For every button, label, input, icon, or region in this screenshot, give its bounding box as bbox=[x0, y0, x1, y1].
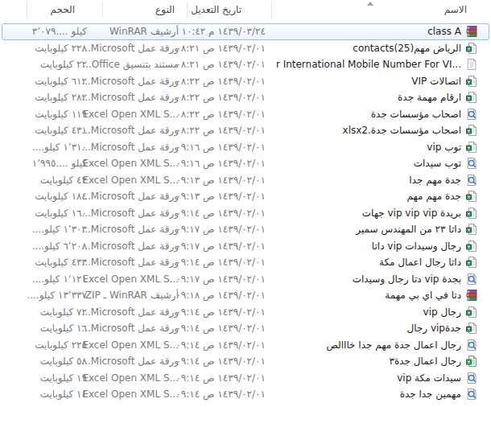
file-name-cell[interactable]: class A bbox=[275, 23, 478, 40]
table-row[interactable]: توب سيدات ١٤٣٩/٠٢/٠١ ص ٠٩:١٦ Excel Open … bbox=[0, 155, 491, 172]
table-row[interactable]: توب vip ١٤٣٩/٠٢/٠١ ص ٠٩:١٦ ورقة عمل Micr… bbox=[0, 139, 491, 156]
table-row[interactable]: داتا ٢٣ من المهندس سمير ١٤٣٩/٠٢/٠١ ص ٠٩:… bbox=[0, 221, 491, 238]
header-separator[interactable] bbox=[271, 2, 272, 18]
date-modified-cell: ١٤٣٩/٠٢/٠١ ص ٠٩:١٨ bbox=[175, 287, 266, 304]
excel-icon bbox=[465, 223, 478, 236]
date-modified-cell: ١٤٣٩/٠٢/٠١ ص ٠٩:١٤ bbox=[175, 386, 266, 403]
winrar-icon bbox=[465, 289, 478, 302]
file-size-cell: ....١٬٣١٠ كيلو bbox=[32, 139, 87, 156]
file-size-cell: ٣٬٠٧٩‎....‎ كيلو bbox=[32, 23, 87, 40]
file-type-cell: ورقة عمل Microsoft... bbox=[81, 89, 179, 106]
file-type-cell: ورقة عمل Microsoft... bbox=[81, 122, 179, 139]
excel-search-icon bbox=[465, 273, 478, 286]
file-type-cell: Excel Open XML S... bbox=[82, 106, 179, 123]
file-type-cell: ورقة عمل Microsoft... bbox=[81, 254, 179, 271]
file-name-cell[interactable]: رجال وسيدات vip داتا bbox=[275, 238, 478, 255]
file-type-cell: أرشيف WinRAR bbox=[109, 23, 179, 40]
table-row[interactable]: دتا في اي بي مهمة ١٤٣٩/٠٢/٠١ ص ٠٩:١٨ أرش… bbox=[0, 287, 491, 304]
file-name-cell[interactable]: الرياض مهم(25)contacts bbox=[275, 40, 478, 57]
date-modified-cell: ١٤٣٩/٠٢/٠١ ص ٠٨:٢٢ bbox=[175, 73, 266, 90]
file-size-cell: ....١٣٬٣٣٧ كيلو bbox=[27, 287, 87, 304]
column-header-date-modified[interactable]: تاريخ التعديل bbox=[191, 4, 241, 15]
table-row[interactable]: رجال vip ١٤٣٩/٠٢/٠١ ص ٠٩:١٤ ورقة عمل Mic… bbox=[0, 304, 491, 321]
table-row[interactable]: جدة مهم مهم ١٤٣٩/٠٢/٠١ ص ٠٩:١٣ ورقة عمل … bbox=[0, 188, 491, 205]
file-type-cell: ورقة عمل Microsoft... bbox=[81, 221, 179, 238]
date-modified-cell: ١٤٣٩/٠٢/٠١ ص ٠٨:٢١ bbox=[175, 56, 266, 73]
column-header-name[interactable]: الاسم bbox=[444, 4, 467, 15]
date-modified-cell: ١٤٣٩/٠٣/٢٤ م ١٠:٤٢ bbox=[181, 23, 266, 40]
file-name-cell[interactable]: اصحاب مؤسسات جدة bbox=[275, 106, 478, 123]
table-row[interactable]: رجال وسيدات vip داتا ١٤٣٩/٠٢/٠١ ص ٠٩:١٧ … bbox=[0, 238, 491, 255]
table-row[interactable]: مهمين جدا جدة ١٤٣٩/٠٢/٠١ ص ٠٩:١٤ Excel O… bbox=[0, 386, 491, 403]
file-name-cell[interactable]: توب سيدات bbox=[275, 155, 478, 172]
file-size-cell: ٢٢٥ كيلوبايت bbox=[35, 337, 87, 354]
file-type-cell: مستند بتنسيق Office... bbox=[82, 56, 179, 73]
excel-icon bbox=[465, 91, 478, 104]
file-name-cell[interactable]: اتصالات VIP bbox=[275, 73, 478, 90]
table-row[interactable]: سيدات مكة vip ١٤٣٩/٠٢/٠١ ص ٠٩:١٤ Excel O… bbox=[0, 370, 491, 387]
file-name: دتا في اي بي مهمة bbox=[385, 290, 461, 301]
table-row[interactable]: اصحاب مؤسسات جدة ١٤٣٩/٠٢/٠١ ص ٠٨:٢٢ Exce… bbox=[0, 106, 491, 123]
file-name-cell[interactable]: بجدة vip دتا رجال وسيدات bbox=[275, 271, 478, 288]
date-modified-cell: ١٤٣٩/٠٢/٠١ ص ٠٩:١٣ bbox=[175, 188, 266, 205]
file-name-cell[interactable]: رجال اعمال جدة٣ bbox=[275, 353, 478, 370]
file-name-cell[interactable]: داتا ٢٣ من المهندس سمير bbox=[275, 221, 478, 238]
file-type-cell: أرشيف WinRAR ـ ZIP bbox=[85, 287, 179, 304]
table-row[interactable]: بجدة vip دتا رجال وسيدات ١٤٣٩/٠٢/٠١ ص ٠٩… bbox=[0, 271, 491, 288]
file-size-cell: ١٦ كيلوبايت bbox=[40, 320, 87, 337]
excel-icon bbox=[465, 322, 478, 335]
explorer-file-list-window: { "header": { "columns": [ {"id":"name",… bbox=[0, 0, 491, 448]
file-name-cell[interactable]: دتا في اي بي مهمة bbox=[275, 287, 478, 304]
column-header-type[interactable]: النوع bbox=[155, 4, 175, 15]
file-name-cell[interactable]: ارقام مهمة جدة bbox=[275, 89, 478, 106]
table-row[interactable]: ارقام مهمة جدة ١٤٣٩/٠٢/٠١ ص ٠٨:٢٢ ورقة ع… bbox=[0, 89, 491, 106]
header-separator[interactable] bbox=[27, 2, 27, 18]
file-name-cell[interactable]: توب vip bbox=[275, 139, 478, 156]
file-name-cell[interactable]: داتا رجال اعمال مكة bbox=[275, 254, 478, 271]
file-name-cell[interactable]: رجال اعمال جدة مهم جدا خااالص bbox=[275, 337, 478, 354]
file-size-cell: ....١٬٣٠٣ كيلو bbox=[32, 221, 87, 238]
file-type-cell: Excel Open XML S... bbox=[82, 386, 179, 403]
table-row[interactable]: رجال اعمال جدة مهم جدا خااالص ١٤٣٩/٠٢/٠١… bbox=[0, 337, 491, 354]
table-row[interactable]: جدة مهم جدا ١٤٣٩/٠٢/٠١ ص ٠٩:١٣ Excel Ope… bbox=[0, 172, 491, 189]
date-modified-cell: ١٤٣٩/٠٢/٠١ ص ٠٨:٢٢ bbox=[175, 122, 266, 139]
file-size-cell: ١٩ كيلوبايت bbox=[40, 370, 87, 387]
header-separator[interactable] bbox=[187, 2, 188, 18]
file-name-cell[interactable]: جدة مهم مهم bbox=[275, 188, 478, 205]
file-name-cell[interactable]: اصحاب مؤسسات جدة.xlsx2 bbox=[275, 122, 478, 139]
file-name: اتصالات VIP bbox=[411, 76, 461, 87]
file-name: توب سيدات bbox=[414, 158, 461, 169]
file-name-cell[interactable]: جدة مهم جدا bbox=[275, 172, 478, 189]
file-name: داتا رجال اعمال مكة bbox=[379, 257, 461, 268]
column-header-size[interactable]: الحجم bbox=[51, 4, 75, 15]
table-row[interactable]: اتصالات VIP ١٤٣٩/٠٢/٠١ ص ٠٨:٢٢ ورقة عمل … bbox=[0, 73, 491, 90]
file-name-cell[interactable]: جدةvip رجال bbox=[275, 320, 478, 337]
file-size-cell: ١٤ كيلوبايت bbox=[40, 386, 87, 403]
table-row[interactable]: الرياض مهم(25)contacts ١٤٣٩/٠٢/٠١ ص ٠٨:٢… bbox=[0, 40, 491, 57]
file-name-cell[interactable]: Dyar International Mobile Number For VI.… bbox=[275, 56, 478, 73]
file-size-cell: ٤٣١ كيلوبايت bbox=[35, 122, 87, 139]
table-row[interactable]: class A ١٤٣٩/٠٣/٢٤ م ١٠:٤٢ أرشيف WinRAR … bbox=[0, 23, 491, 40]
table-row[interactable]: Dyar International Mobile Number For VI.… bbox=[0, 56, 491, 73]
file-name-cell[interactable]: رجال vip bbox=[275, 304, 478, 321]
table-row[interactable]: اصحاب مؤسسات جدة.xlsx2 ١٤٣٩/٠٢/٠١ ص ٠٨:٢… bbox=[0, 122, 491, 139]
file-type-cell: Excel Open XML S... bbox=[82, 155, 179, 172]
date-modified-cell: ١٤٣٩/٠٢/٠١ ص ٠٩:١٤ bbox=[175, 353, 266, 370]
date-modified-cell: ١٤٣٩/٠٢/٠١ ص ٠٩:١٤ bbox=[175, 320, 266, 337]
table-row[interactable]: بريدة vip vip vip جهات ١٤٣٩/٠٢/٠١ ص ٠٩:١… bbox=[0, 205, 491, 222]
header-separator[interactable] bbox=[102, 2, 103, 18]
file-list: class A ١٤٣٩/٠٣/٢٤ م ١٠:٤٢ أرشيف WinRAR … bbox=[0, 23, 491, 403]
file-name-cell[interactable]: سيدات مكة vip bbox=[275, 370, 478, 387]
column-header-bar: الاسم تاريخ التعديل النوع الحجم bbox=[0, 0, 491, 21]
file-name: جدةvip رجال bbox=[407, 323, 461, 334]
file-size-cell: ٤٢ كيلوبايت bbox=[40, 172, 87, 189]
file-size-cell: ٢٨٢ كيلوبايت bbox=[35, 89, 87, 106]
table-row[interactable]: داتا رجال اعمال مكة ١٤٣٩/٠٢/٠١ ص ٠٩:١٤ و… bbox=[0, 254, 491, 271]
file-type-cell: ورقة عمل Microsoft... bbox=[81, 188, 179, 205]
table-row[interactable]: رجال اعمال جدة٣ ١٤٣٩/٠٢/٠١ ص ٠٩:١٤ ورقة … bbox=[0, 353, 491, 370]
file-name-cell[interactable]: بريدة vip vip vip جهات bbox=[275, 205, 478, 222]
file-name-cell[interactable]: مهمين جدا جدة bbox=[275, 386, 478, 403]
file-size-cell: ٦١٢ كيلوبايت bbox=[35, 73, 87, 90]
file-size-cell: ٧٢ كيلوبايت bbox=[40, 304, 87, 321]
table-row[interactable]: جدةvip رجال ١٤٣٩/٠٢/٠١ ص ٠٩:١٤ ورقة عمل … bbox=[0, 320, 491, 337]
